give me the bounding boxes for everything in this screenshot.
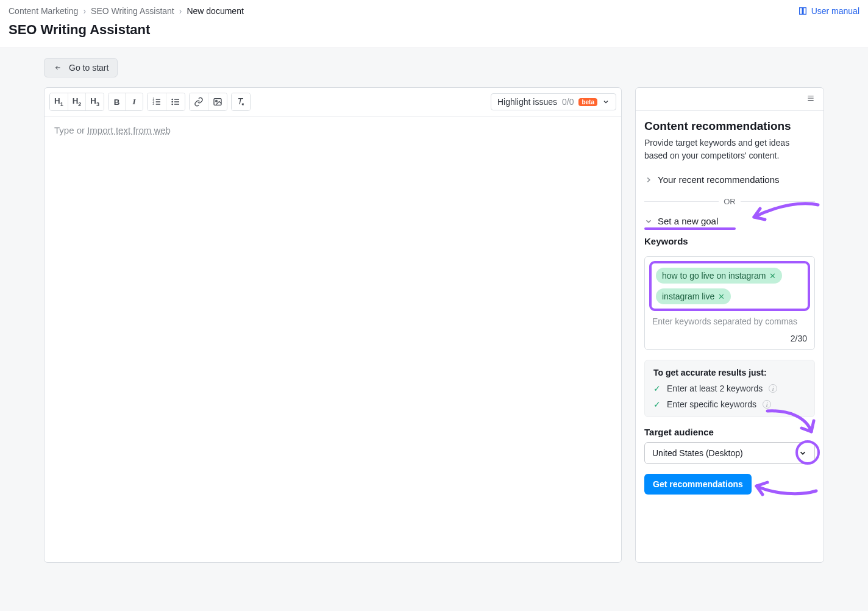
check-icon: ✓	[653, 384, 661, 393]
recent-recommendations-toggle[interactable]: Your recent recommendations	[644, 172, 815, 187]
highlight-issues-dropdown[interactable]: Highlight issues 0/0 beta	[491, 93, 616, 110]
ordered-list-button[interactable]: 123	[148, 93, 166, 110]
keywords-pills-area[interactable]: how to go live on instagram ✕ instagram …	[651, 263, 808, 309]
clear-format-button[interactable]	[232, 93, 250, 110]
user-manual-link[interactable]: User manual	[798, 6, 859, 16]
breadcrumb-item[interactable]: SEO Writing Assistant	[91, 6, 174, 16]
panel-description: Provide target keywords and get ideas ba…	[644, 137, 815, 162]
get-recommendations-button[interactable]: Get recommendations	[644, 474, 752, 495]
breadcrumb-current: New document	[187, 6, 243, 16]
target-audience-label: Target audience	[644, 427, 815, 437]
chevron-right-icon	[644, 176, 653, 184]
keywords-label: Keywords	[644, 236, 815, 246]
editor-placeholder-prefix: Type or	[54, 125, 87, 135]
arrow-left-icon	[53, 64, 63, 71]
chevron-down-icon	[602, 98, 610, 105]
unordered-list-icon	[171, 97, 180, 107]
beta-badge: beta	[578, 98, 597, 106]
remove-keyword-icon[interactable]: ✕	[718, 292, 725, 301]
page-title: SEO Writing Assistant	[9, 22, 859, 38]
check-icon: ✓	[653, 399, 661, 409]
book-icon	[798, 6, 808, 16]
tips-box: To get accurate results just: ✓ Enter at…	[644, 360, 815, 417]
image-icon	[213, 97, 222, 107]
remove-keyword-icon[interactable]: ✕	[769, 271, 776, 280]
link-button[interactable]	[190, 93, 208, 110]
breadcrumb: Content Marketing › SEO Writing Assistan…	[9, 6, 244, 16]
unordered-list-button[interactable]	[166, 93, 185, 110]
svg-text:3: 3	[152, 102, 154, 105]
highlight-count: 0/0	[562, 97, 574, 107]
target-audience-select[interactable]: United States (Desktop)	[644, 442, 815, 464]
keywords-count: 2/30	[651, 334, 808, 343]
clear-format-icon	[236, 97, 246, 107]
info-icon[interactable]: i	[763, 400, 771, 409]
panel-menu-button[interactable]	[805, 94, 816, 104]
svg-point-3	[172, 99, 173, 99]
heading-3-button[interactable]: H3	[86, 93, 104, 110]
ordered-list-icon: 123	[152, 97, 162, 107]
annotation-arrow-icon	[748, 474, 821, 498]
editor-area[interactable]: Type or Import text from web	[44, 116, 621, 562]
heading-1-button[interactable]: H1	[50, 93, 68, 110]
keywords-input[interactable]	[651, 314, 808, 329]
panel-title: Content recommendations	[644, 120, 815, 133]
chevron-right-icon: ›	[83, 6, 86, 16]
keyword-pill[interactable]: instagram live ✕	[656, 288, 731, 304]
svg-point-5	[172, 104, 173, 104]
tip-row: ✓ Enter at least 2 keywords i	[653, 384, 806, 393]
keywords-box: how to go live on instagram ✕ instagram …	[644, 256, 815, 350]
go-to-start-button[interactable]: Go to start	[44, 58, 118, 77]
image-button[interactable]	[208, 93, 227, 110]
tip-row: ✓ Enter specific keywords i	[653, 399, 806, 409]
tips-title: To get accurate results just:	[653, 368, 806, 377]
svg-point-7	[216, 100, 218, 102]
or-divider: OR	[644, 197, 815, 206]
chevron-down-icon	[799, 449, 807, 457]
keyword-pill[interactable]: how to go live on instagram ✕	[656, 268, 782, 284]
heading-2-button[interactable]: H2	[68, 93, 87, 110]
breadcrumb-item[interactable]: Content Marketing	[9, 6, 78, 16]
italic-button[interactable]: I	[126, 93, 143, 110]
chevron-right-icon: ›	[179, 6, 182, 16]
info-icon[interactable]: i	[769, 384, 777, 393]
link-icon	[194, 97, 204, 107]
annotation-underline	[644, 227, 736, 230]
chevron-down-icon	[644, 217, 653, 226]
import-text-link[interactable]: Import text from web	[87, 125, 171, 135]
svg-point-4	[172, 101, 173, 102]
set-new-goal-toggle[interactable]: Set a new goal	[644, 216, 815, 226]
bold-button[interactable]: B	[108, 93, 126, 110]
menu-icon	[805, 94, 816, 102]
